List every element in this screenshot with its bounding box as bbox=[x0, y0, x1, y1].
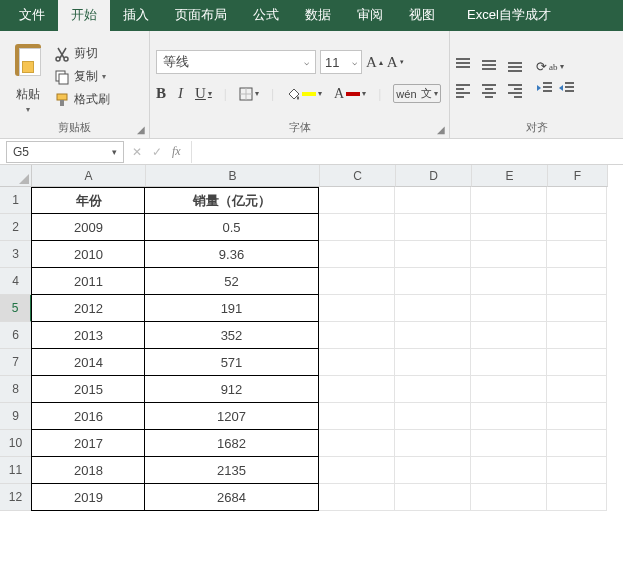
cell[interactable] bbox=[547, 295, 607, 322]
cell[interactable] bbox=[395, 376, 471, 403]
cell[interactable] bbox=[471, 322, 547, 349]
cell[interactable] bbox=[319, 457, 395, 484]
row-header[interactable]: 6 bbox=[0, 322, 32, 349]
cell[interactable] bbox=[471, 376, 547, 403]
cell[interactable] bbox=[471, 241, 547, 268]
cell[interactable]: 1682 bbox=[145, 430, 319, 457]
cell[interactable]: 2135 bbox=[145, 457, 319, 484]
name-box[interactable]: G5 ▾ bbox=[6, 141, 124, 163]
cell[interactable]: 2016 bbox=[31, 403, 145, 430]
row-header[interactable]: 10 bbox=[0, 430, 32, 457]
tab-selfstudy[interactable]: Excel自学成才 bbox=[454, 0, 564, 31]
row-header[interactable]: 9 bbox=[0, 403, 32, 430]
dialog-launcher-icon[interactable]: ◢ bbox=[437, 124, 445, 135]
cancel-formula-button[interactable]: ✕ bbox=[132, 145, 142, 159]
align-center-button[interactable] bbox=[482, 79, 504, 101]
formula-input[interactable] bbox=[191, 141, 623, 163]
column-header-B[interactable]: B bbox=[146, 165, 320, 187]
row-header[interactable]: 11 bbox=[0, 457, 32, 484]
cell[interactable] bbox=[471, 295, 547, 322]
cell[interactable] bbox=[319, 322, 395, 349]
fill-color-button[interactable]: ▾ bbox=[286, 88, 322, 100]
cell[interactable] bbox=[395, 214, 471, 241]
cell[interactable] bbox=[471, 403, 547, 430]
column-header-E[interactable]: E bbox=[472, 165, 548, 187]
cell[interactable] bbox=[319, 187, 395, 214]
cell[interactable] bbox=[319, 403, 395, 430]
column-header-D[interactable]: D bbox=[396, 165, 472, 187]
cell[interactable] bbox=[547, 268, 607, 295]
cell[interactable] bbox=[547, 430, 607, 457]
cell[interactable]: 52 bbox=[145, 268, 319, 295]
tab-data[interactable]: 数据 bbox=[292, 0, 344, 31]
increase-indent-button[interactable] bbox=[558, 81, 574, 95]
cell[interactable] bbox=[547, 187, 607, 214]
cell[interactable] bbox=[319, 484, 395, 511]
row-header[interactable]: 12 bbox=[0, 484, 32, 511]
cell[interactable] bbox=[547, 403, 607, 430]
cell[interactable]: 2010 bbox=[31, 241, 145, 268]
cell[interactable]: 2018 bbox=[31, 457, 145, 484]
cell[interactable] bbox=[395, 241, 471, 268]
row-header[interactable]: 5 bbox=[0, 295, 32, 322]
cell[interactable]: 2013 bbox=[31, 322, 145, 349]
underline-button[interactable]: U▾ bbox=[195, 85, 212, 102]
tab-home[interactable]: 开始 bbox=[58, 0, 110, 31]
column-header-C[interactable]: C bbox=[320, 165, 396, 187]
cell[interactable] bbox=[319, 214, 395, 241]
cell[interactable]: 销量（亿元） bbox=[145, 187, 319, 214]
enter-formula-button[interactable]: ✓ bbox=[152, 145, 162, 159]
cell[interactable]: 352 bbox=[145, 322, 319, 349]
cell[interactable] bbox=[395, 322, 471, 349]
cell[interactable]: 9.36 bbox=[145, 241, 319, 268]
cell[interactable] bbox=[471, 349, 547, 376]
cell[interactable] bbox=[471, 187, 547, 214]
cell[interactable] bbox=[471, 214, 547, 241]
cell[interactable]: 2009 bbox=[31, 214, 145, 241]
font-color-button[interactable]: A ▾ bbox=[334, 86, 366, 102]
font-name-selector[interactable]: 等线 ⌵ bbox=[156, 50, 316, 74]
cell[interactable] bbox=[395, 430, 471, 457]
dialog-launcher-icon[interactable]: ◢ bbox=[137, 124, 145, 135]
cell[interactable] bbox=[547, 241, 607, 268]
cell[interactable]: 2011 bbox=[31, 268, 145, 295]
tab-insert[interactable]: 插入 bbox=[110, 0, 162, 31]
cell[interactable] bbox=[319, 430, 395, 457]
row-header[interactable]: 7 bbox=[0, 349, 32, 376]
cell[interactable] bbox=[547, 457, 607, 484]
decrease-indent-button[interactable] bbox=[536, 81, 552, 95]
cell[interactable] bbox=[319, 241, 395, 268]
tab-page-layout[interactable]: 页面布局 bbox=[162, 0, 240, 31]
cell[interactable] bbox=[395, 295, 471, 322]
cell[interactable] bbox=[547, 376, 607, 403]
cell[interactable]: 2012 bbox=[31, 295, 145, 322]
select-all-corner[interactable] bbox=[0, 165, 32, 187]
row-header[interactable]: 8 bbox=[0, 376, 32, 403]
cell[interactable]: 912 bbox=[145, 376, 319, 403]
column-header-A[interactable]: A bbox=[32, 165, 146, 187]
copy-button[interactable]: 复制 ▾ bbox=[54, 68, 110, 85]
cell[interactable]: 年份 bbox=[31, 187, 145, 214]
align-top-button[interactable] bbox=[456, 53, 478, 75]
cell[interactable]: 2019 bbox=[31, 484, 145, 511]
row-header[interactable]: 2 bbox=[0, 214, 32, 241]
cell[interactable] bbox=[471, 268, 547, 295]
align-left-button[interactable] bbox=[456, 79, 478, 101]
cell[interactable] bbox=[471, 430, 547, 457]
align-right-button[interactable] bbox=[508, 79, 530, 101]
cell[interactable] bbox=[547, 214, 607, 241]
cell[interactable] bbox=[319, 376, 395, 403]
chevron-down-icon[interactable]: ▾ bbox=[26, 105, 30, 114]
row-header[interactable]: 4 bbox=[0, 268, 32, 295]
cell[interactable] bbox=[395, 268, 471, 295]
cell[interactable] bbox=[547, 322, 607, 349]
cell[interactable] bbox=[471, 484, 547, 511]
decrease-font-button[interactable]: A▾ bbox=[387, 54, 404, 71]
tab-formulas[interactable]: 公式 bbox=[240, 0, 292, 31]
phonetic-guide-button[interactable]: wén文 ▾ bbox=[393, 84, 440, 103]
cell[interactable]: 191 bbox=[145, 295, 319, 322]
cut-button[interactable]: 剪切 bbox=[54, 45, 110, 62]
align-middle-button[interactable] bbox=[482, 53, 504, 75]
row-header[interactable]: 1 bbox=[0, 187, 32, 214]
insert-function-button[interactable]: fx bbox=[172, 144, 181, 159]
